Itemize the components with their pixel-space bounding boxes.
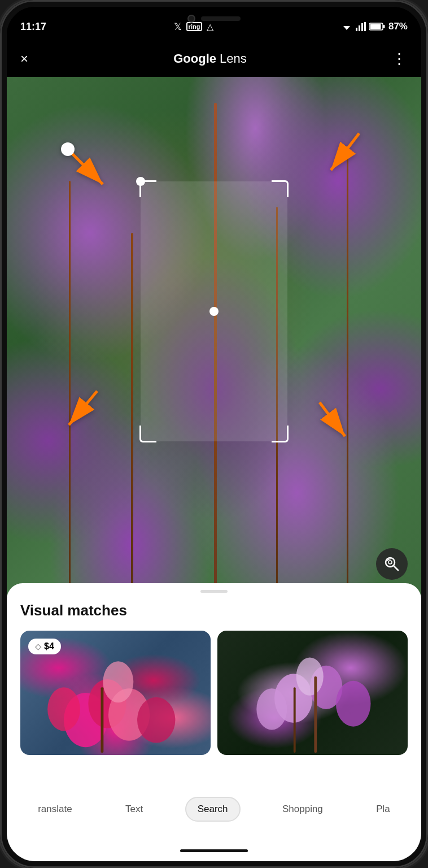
svg-line-15 — [69, 391, 97, 425]
camera-image-area[interactable] — [7, 77, 421, 597]
speaker — [201, 16, 241, 21]
tab-translate[interactable]: ranslate — [27, 798, 83, 821]
svg-rect-5 — [364, 22, 366, 31]
arrow-top-left — [52, 133, 131, 215]
twitter-icon: 𝕏 — [174, 21, 182, 33]
price-value: $4 — [44, 641, 54, 652]
visual-match-card-2[interactable] — [217, 631, 408, 755]
arrow-bottom-left — [52, 380, 125, 450]
svg-point-31 — [256, 688, 287, 730]
svg-point-24 — [47, 687, 80, 731]
svg-line-10 — [69, 150, 103, 184]
corner-tr — [272, 180, 289, 197]
svg-line-13 — [331, 133, 359, 170]
drag-handle[interactable] — [200, 590, 228, 593]
tab-places[interactable]: Pla — [365, 798, 401, 821]
bottom-panel: Visual matches — [7, 583, 421, 861]
svg-rect-34 — [294, 687, 296, 753]
clock: 11:17 — [20, 21, 46, 33]
card-2-flowers — [217, 631, 408, 755]
lens-search-button[interactable] — [376, 548, 408, 580]
bottom-navigation: ranslate Text Search Shopping Pla — [7, 789, 421, 830]
svg-rect-7 — [383, 25, 385, 28]
corner-bl — [139, 426, 156, 442]
tab-shopping[interactable]: Shopping — [271, 798, 334, 821]
svg-line-19 — [394, 566, 398, 570]
app-title: Google Lens — [173, 51, 247, 66]
menu-button[interactable]: ⋮ — [392, 50, 408, 68]
svg-point-32 — [296, 657, 324, 695]
svg-rect-8 — [370, 24, 381, 29]
selection-box[interactable] — [141, 181, 287, 441]
ring-icon: ring — [186, 22, 203, 31]
svg-rect-27 — [101, 687, 104, 753]
status-right: 87% — [341, 21, 408, 32]
battery-percent: 87% — [388, 21, 408, 32]
svg-rect-33 — [314, 676, 317, 753]
svg-marker-0 — [343, 26, 350, 30]
front-camera — [187, 15, 195, 23]
section-title: Visual matches — [7, 602, 421, 619]
screen: 11:17 𝕏 ring △ — [7, 7, 421, 861]
visual-match-card-1[interactable]: ◇ $4 — [20, 631, 211, 755]
svg-point-20 — [388, 561, 392, 564]
lens-icon — [384, 556, 400, 572]
card-2-image — [217, 631, 408, 755]
google-account-icon: △ — [207, 21, 213, 32]
status-bar: 11:17 𝕏 ring △ — [7, 7, 421, 41]
visual-matches-cards: ◇ $4 — [7, 631, 421, 755]
svg-point-25 — [137, 697, 175, 743]
arrow-bottom-right — [291, 391, 365, 461]
signal-icon — [356, 22, 366, 31]
tab-text[interactable]: Text — [114, 798, 154, 821]
drag-handle-tl[interactable] — [136, 177, 145, 186]
svg-point-26 — [103, 661, 133, 702]
corner-br — [272, 426, 289, 442]
phone-frame: 11:17 𝕏 ring △ — [0, 0, 428, 868]
home-indicator[interactable] — [180, 849, 248, 852]
arrow-top-right — [297, 122, 376, 203]
notch-area — [187, 15, 241, 23]
svg-line-17 — [320, 402, 345, 436]
svg-point-30 — [336, 681, 371, 727]
diamond-icon: ◇ — [35, 642, 41, 651]
app-header: × Google Lens ⋮ — [7, 41, 421, 77]
svg-point-11 — [61, 142, 75, 156]
tab-search[interactable]: Search — [185, 797, 241, 822]
svg-rect-2 — [356, 28, 357, 31]
svg-rect-4 — [361, 23, 363, 31]
drag-handle-center[interactable] — [209, 307, 219, 316]
svg-rect-3 — [359, 25, 360, 31]
close-button[interactable]: × — [20, 51, 28, 67]
flower-image — [7, 77, 421, 597]
battery-icon — [369, 22, 385, 31]
wifi-icon — [341, 22, 352, 31]
price-badge-1: ◇ $4 — [28, 639, 61, 654]
